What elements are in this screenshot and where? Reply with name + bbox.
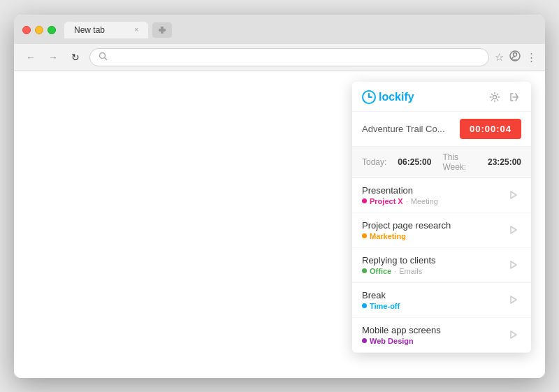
entry-info: Mobile app screensWeb Design — [362, 325, 504, 345]
entry-title: Presentation — [362, 185, 504, 196]
clockify-logo-icon — [362, 90, 376, 104]
entry-info: Project page researchMarketing — [362, 220, 504, 240]
entry-tag: Meeting — [411, 197, 438, 205]
menu-icon[interactable]: ⋮ — [526, 51, 537, 64]
address-bar[interactable] — [89, 48, 489, 66]
svg-line-3 — [105, 57, 108, 60]
traffic-lights — [22, 26, 56, 34]
entry-item[interactable]: Project page researchMarketing — [352, 213, 531, 248]
browser-content: lockify — [14, 71, 545, 378]
url-input[interactable] — [112, 52, 480, 62]
entry-project-name: Time-off — [370, 302, 400, 310]
entry-info: PresentationProject X·Meeting — [362, 185, 504, 205]
entry-tag-separator: · — [394, 267, 396, 275]
close-button[interactable] — [22, 26, 31, 34]
week-value: 23:25:00 — [488, 157, 521, 167]
entry-title: Break — [362, 290, 504, 300]
entry-project-name: Marketing — [370, 232, 406, 240]
minimize-button[interactable] — [35, 26, 43, 34]
clockify-logo-text: lockify — [379, 91, 414, 103]
entry-project-dot — [362, 233, 367, 238]
search-icon — [99, 52, 108, 63]
svg-point-5 — [514, 53, 517, 57]
svg-point-7 — [493, 95, 497, 99]
entry-project-name: Web Design — [370, 337, 414, 345]
entry-meta: Time-off — [362, 302, 504, 310]
entry-play-button[interactable] — [504, 256, 521, 273]
browser-window: New tab × ← → ↻ — [14, 15, 545, 378]
entry-title: Replying to clients — [362, 255, 504, 266]
new-tab-button[interactable] — [152, 22, 172, 38]
svg-marker-11 — [511, 296, 516, 303]
entry-info: Replying to clientsOffice·Emails — [362, 255, 504, 275]
bookmark-icon[interactable]: ☆ — [495, 51, 504, 64]
logout-icon[interactable] — [507, 90, 521, 104]
entry-tag: Emails — [399, 267, 422, 275]
svg-rect-1 — [159, 29, 166, 31]
entry-title: Project page research — [362, 220, 504, 231]
tab-close-button[interactable]: × — [134, 26, 138, 34]
nav-icons: ☆ ⋮ — [495, 50, 537, 64]
entry-project-dot — [362, 303, 367, 308]
clockify-logo: lockify — [362, 90, 414, 104]
entry-meta: Marketing — [362, 232, 504, 240]
clockify-header-icons — [488, 90, 521, 104]
today-label: Today: — [362, 157, 386, 167]
profile-icon[interactable] — [509, 50, 521, 64]
back-button[interactable]: ← — [22, 49, 39, 66]
entry-project-dot — [362, 268, 367, 273]
svg-marker-10 — [511, 261, 516, 268]
tab-area: New tab × — [64, 22, 537, 38]
timer-project-label: Adventure Trail Co... — [362, 124, 453, 134]
clockify-popup: lockify — [352, 82, 531, 353]
week-label: This Week: — [442, 152, 477, 172]
stats-row: Today: 06:25:00 This Week: 23:25:00 — [352, 147, 531, 178]
maximize-button[interactable] — [48, 26, 56, 34]
timer-display[interactable]: 00:00:04 — [460, 119, 521, 139]
entries-list: PresentationProject X·MeetingProject pag… — [352, 178, 531, 353]
entry-tag-separator: · — [406, 197, 408, 205]
nav-bar: ← → ↻ ☆ ⋮ — [14, 44, 545, 71]
title-bar: New tab × — [14, 15, 545, 44]
entry-project-dot — [362, 338, 367, 343]
entry-title: Mobile app screens — [362, 325, 504, 335]
svg-marker-9 — [511, 226, 516, 233]
entry-play-button[interactable] — [504, 187, 521, 203]
entry-project-name: Office — [370, 267, 391, 275]
entry-item[interactable]: Replying to clientsOffice·Emails — [352, 248, 531, 283]
entry-item[interactable]: BreakTime-off — [352, 283, 531, 318]
active-tab[interactable]: New tab × — [64, 22, 148, 38]
entry-play-button[interactable] — [504, 291, 521, 308]
svg-marker-12 — [511, 331, 516, 338]
entry-meta: Office·Emails — [362, 267, 504, 275]
clockify-header: lockify — [352, 82, 531, 112]
timer-row: Adventure Trail Co... 00:00:04 — [352, 112, 531, 147]
new-tab-icon — [158, 26, 166, 34]
entry-info: BreakTime-off — [362, 290, 504, 310]
entry-item[interactable]: Mobile app screensWeb Design — [352, 318, 531, 353]
entry-play-button[interactable] — [504, 222, 521, 238]
settings-icon[interactable] — [488, 90, 502, 104]
refresh-button[interactable]: ↻ — [67, 49, 84, 66]
svg-marker-8 — [511, 191, 516, 198]
entry-project-name: Project X — [370, 197, 403, 205]
entry-meta: Web Design — [362, 337, 504, 345]
tab-title: New tab — [74, 25, 105, 35]
entry-item[interactable]: PresentationProject X·Meeting — [352, 178, 531, 213]
entry-meta: Project X·Meeting — [362, 197, 504, 205]
today-value: 06:25:00 — [398, 157, 431, 167]
forward-button[interactable]: → — [45, 49, 61, 66]
entry-project-dot — [362, 198, 367, 203]
entry-play-button[interactable] — [504, 326, 521, 343]
svg-point-2 — [100, 52, 106, 58]
